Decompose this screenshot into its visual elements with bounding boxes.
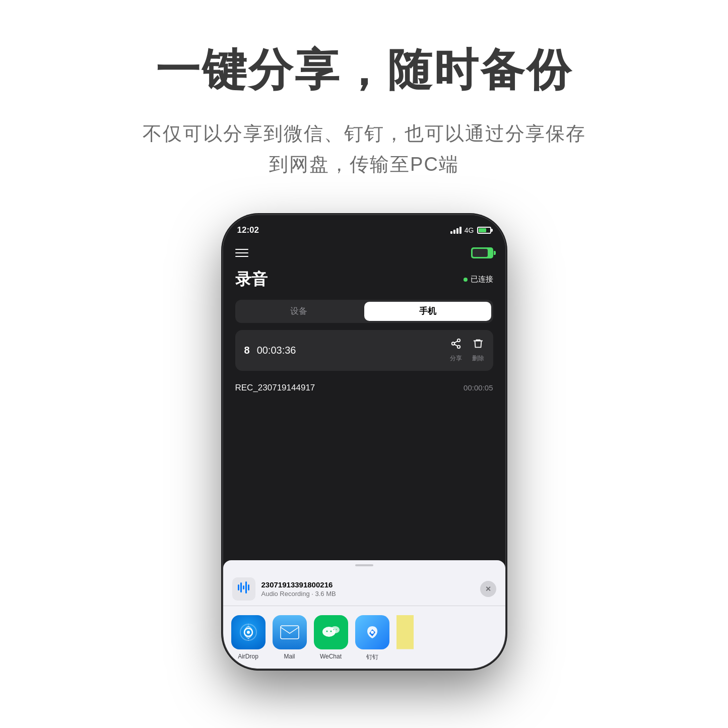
recording-duration: 00:03:36: [257, 345, 296, 356]
subtitle-line2: 到网盘，传输至PC端: [269, 154, 459, 175]
status-time: 12:02: [237, 225, 259, 235]
svg-point-10: [326, 630, 327, 632]
airdrop-app-item[interactable]: AirDrop: [231, 615, 266, 660]
svg-point-13: [336, 629, 337, 630]
share-icon: [450, 338, 461, 352]
network-label: 4G: [465, 226, 474, 234]
battery-icon: [477, 227, 491, 234]
dingtalk-icon: [355, 615, 389, 649]
connected-status: 已连接: [464, 275, 493, 284]
svg-rect-4: [248, 584, 249, 590]
wechat-app-item[interactable]: WeChat: [314, 615, 348, 660]
app-topbar: [223, 241, 505, 264]
partial-icon: [396, 615, 414, 649]
svg-rect-3: [245, 581, 247, 593]
delete-icon: [473, 338, 484, 352]
main-title: 一键分享，随时备份: [143, 40, 586, 100]
share-apps-row: AirDrop Mail: [223, 606, 505, 669]
signal-icon: [450, 227, 461, 234]
share-file-info: 23071913391800216 Audio Recording · 3.6 …: [232, 577, 336, 601]
second-recording-duration: 00:00:05: [464, 383, 493, 392]
file-name: 23071913391800216: [261, 580, 336, 589]
recording-actions: 分享 删除: [450, 338, 484, 363]
svg-point-6: [247, 631, 250, 634]
mail-icon: [273, 615, 307, 649]
title-row: 录音 已连接: [223, 264, 505, 293]
recording-info: 8 00:03:36: [244, 345, 296, 356]
wechat-icon: [314, 615, 348, 649]
mail-label: Mail: [284, 653, 295, 660]
header-section: 一键分享，随时备份 不仅可以分享到微信、钉钉，也可以通过分享保存 到网盘，传输至…: [143, 40, 586, 180]
connected-dot: [464, 278, 468, 282]
airdrop-label: AirDrop: [238, 653, 258, 660]
svg-point-11: [330, 630, 332, 632]
mail-app-item[interactable]: Mail: [273, 615, 307, 660]
share-sheet: 23071913391800216 Audio Recording · 3.6 …: [223, 560, 505, 669]
file-details: 23071913391800216 Audio Recording · 3.6 …: [261, 580, 336, 598]
airdrop-icon: [231, 615, 266, 649]
svg-rect-7: [281, 626, 299, 639]
tab-switcher: 设备 手机: [235, 300, 493, 323]
svg-rect-2: [243, 585, 244, 589]
dingtalk-label: 钉钉: [366, 653, 378, 661]
close-icon: ✕: [485, 585, 491, 593]
delete-action[interactable]: 删除: [472, 338, 484, 363]
svg-rect-0: [238, 584, 239, 590]
svg-rect-1: [240, 582, 242, 592]
more-app-item: [396, 615, 414, 649]
status-icons: 4G: [450, 226, 491, 234]
tab-device[interactable]: 设备: [235, 300, 362, 323]
delete-label: 删除: [472, 354, 484, 363]
sheet-handle: [355, 564, 373, 566]
recording-item[interactable]: 8 00:03:36 分享: [235, 330, 493, 371]
file-icon: [232, 577, 255, 601]
share-header: 23071913391800216 Audio Recording · 3.6 …: [223, 570, 505, 606]
dingtalk-app-item[interactable]: 钉钉: [355, 615, 389, 661]
app-title: 录音: [235, 269, 268, 291]
phone-screen: 12:02 4G: [223, 215, 505, 669]
second-recording-name: REC_230719144917: [235, 383, 315, 393]
connected-label: 已连接: [471, 275, 493, 284]
audio-file-icon: [237, 580, 251, 598]
recording-number: 8: [244, 345, 250, 356]
second-recording-row[interactable]: REC_230719144917 00:00:05: [223, 375, 505, 401]
share-close-button[interactable]: ✕: [480, 581, 496, 597]
phone-shell: 12:02 4G: [223, 215, 505, 669]
share-label: 分享: [450, 354, 462, 363]
svg-point-14: [371, 631, 374, 634]
app-battery-indicator: [471, 247, 493, 258]
app-content: 录音 已连接 设备 手机 8 00:03:36: [223, 241, 505, 669]
tab-phone[interactable]: 手机: [364, 302, 491, 321]
svg-point-9: [330, 626, 340, 633]
wechat-label: WeChat: [320, 653, 342, 660]
phone-mockup: 12:02 4G: [223, 215, 505, 669]
menu-icon[interactable]: [235, 249, 248, 257]
subtitle-line1: 不仅可以分享到微信、钉钉，也可以通过分享保存: [143, 123, 586, 144]
phone-notch: [319, 215, 410, 234]
subtitle: 不仅可以分享到微信、钉钉，也可以通过分享保存 到网盘，传输至PC端: [143, 118, 586, 180]
share-action[interactable]: 分享: [450, 338, 462, 363]
file-meta: Audio Recording · 3.6 MB: [261, 590, 336, 598]
svg-point-12: [333, 629, 334, 630]
